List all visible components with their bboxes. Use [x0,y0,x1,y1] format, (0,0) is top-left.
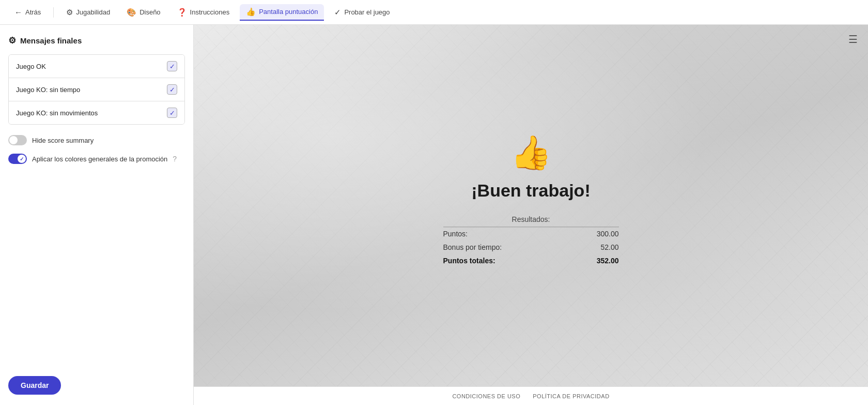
total-label: Puntos totales: [443,254,571,265]
results-label: Resultados: [443,215,619,227]
bonus-label: Bonus por tiempo: [443,241,571,254]
score-header-row: Resultados: [443,215,619,227]
message-item-3: Juego KO: sin movimientos ✓ [9,101,184,124]
top-navigation: ← Atrás ⚙ Jugabilidad 🎨 Diseño ❓ Instruc… [0,0,868,25]
nav-probar-juego[interactable]: ✓ Probar el juego [328,5,396,20]
message-label-1: Juego OK [16,63,46,70]
hide-score-label: Hide score summary [32,137,94,144]
message-item-2: Juego KO: sin tiempo ✓ [9,78,184,101]
nav-instrucciones[interactable]: ❓ Instrucciones [171,5,236,20]
bonus-row: Bonus por tiempo: 52.00 [443,241,619,254]
sidebar-title: ⚙ Mensajes finales [8,35,185,46]
bonus-value: 52.00 [570,241,618,254]
preview-area: ☰ 👍 ¡Buen trabajo! Resultados: Puntos: 3… [194,25,868,405]
preview-footer: CONDICIONES DE USO POLÍTICA DE PRIVACIDA… [194,386,868,405]
checkbox-juego-ko-tiempo[interactable]: ✓ [167,84,177,95]
back-label: Atrás [25,8,41,16]
total-row: Puntos totales: 352.00 [443,254,619,265]
main-layout: ⚙ Mensajes finales Juego OK ✓ Juego KO: … [0,25,868,405]
pantalla-label: Pantalla puntuación [259,8,318,16]
jugabilidad-label: Jugabilidad [76,8,110,16]
nav-diseno[interactable]: 🎨 Diseño [120,5,166,20]
sidebar-title-text: Mensajes finales [20,36,82,45]
checkbox-check-icon-2: ✓ [169,86,175,94]
diseno-icon: 🎨 [127,8,136,17]
hide-score-toggle[interactable] [8,135,27,145]
checkbox-check-icon-3: ✓ [169,109,175,117]
pantalla-icon: 👍 [246,7,256,17]
apply-colors-row: ✓ Aplicar los colores generales de la pr… [8,154,185,164]
score-content: 👍 ¡Buen trabajo! Resultados: Puntos: 300… [443,133,619,265]
thumbs-up-icon: 👍 [443,133,619,172]
puntos-label: Puntos: [443,227,571,241]
hide-score-row: Hide score summary [8,135,185,145]
nav-jugabilidad[interactable]: ⚙ Jugabilidad [60,5,116,20]
success-title: ¡Buen trabajo! [443,181,619,201]
nav-divider-1 [53,7,54,18]
message-item-1: Juego OK ✓ [9,55,184,78]
instrucciones-icon: ❓ [177,8,187,17]
apply-colors-label: Aplicar los colores generales de la prom… [32,155,167,163]
nav-pantalla-puntuacion[interactable]: 👍 Pantalla puntuación [240,4,324,21]
settings-icon: ⚙ [8,35,16,46]
puntos-value: 300.00 [570,227,618,241]
score-table: Resultados: Puntos: 300.00 Bonus por tie… [443,215,619,265]
hamburger-menu-button[interactable]: ☰ [848,33,858,46]
toggle-on-checkmark: ✓ [20,156,24,162]
puntos-row: Puntos: 300.00 [443,227,619,241]
preview-background: ☰ 👍 ¡Buen trabajo! Resultados: Puntos: 3… [194,25,868,386]
sidebar: ⚙ Mensajes finales Juego OK ✓ Juego KO: … [0,25,194,405]
diseno-label: Diseño [140,8,160,16]
check-icon: ✓ [334,8,341,17]
total-value: 352.00 [570,254,618,265]
help-icon[interactable]: ? [173,155,177,163]
messages-list: Juego OK ✓ Juego KO: sin tiempo ✓ Juego … [8,54,185,125]
save-button[interactable]: Guardar [8,376,61,395]
probar-label: Probar el juego [344,8,390,16]
message-label-3: Juego KO: sin movimientos [16,109,98,117]
checkbox-check-icon-1: ✓ [169,63,175,70]
jugabilidad-icon: ⚙ [66,8,73,17]
back-arrow-icon: ← [14,8,22,17]
privacy-link[interactable]: POLÍTICA DE PRIVACIDAD [533,393,609,399]
terms-link[interactable]: CONDICIONES DE USO [452,393,520,399]
message-label-2: Juego KO: sin tiempo [16,86,80,94]
back-button[interactable]: ← Atrás [8,5,47,20]
checkbox-juego-ok[interactable]: ✓ [167,61,177,71]
preview-inner: ☰ 👍 ¡Buen trabajo! Resultados: Puntos: 3… [194,25,868,405]
instrucciones-label: Instrucciones [190,8,230,16]
apply-colors-toggle[interactable]: ✓ [8,154,27,164]
checkbox-juego-ko-movimientos[interactable]: ✓ [167,108,177,118]
